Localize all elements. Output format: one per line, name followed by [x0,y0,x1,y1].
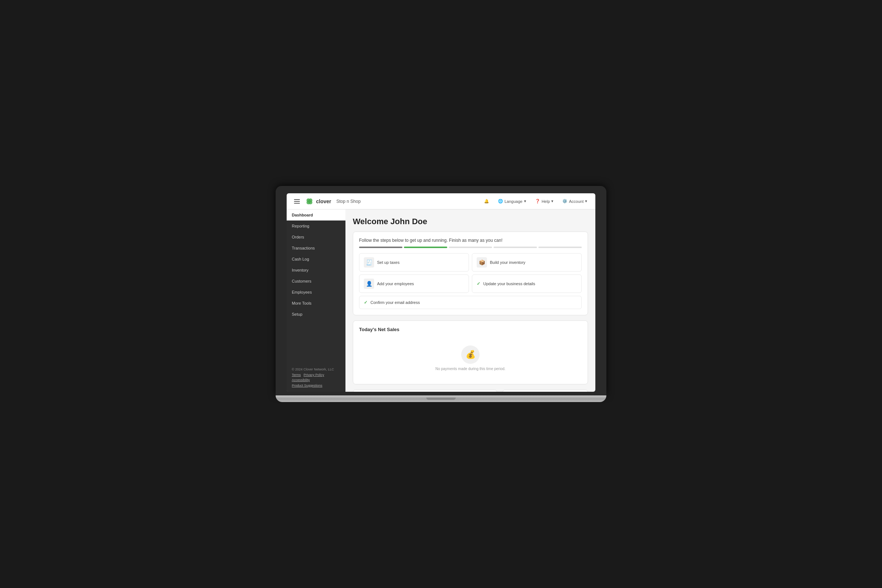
employees-label: Add your employees [377,282,414,286]
app-body: Dashboard Reporting Orders Transactions … [286,210,596,392]
sidebar: Dashboard Reporting Orders Transactions … [286,210,345,392]
app-header: clover Stop n Shop 🔔 🌐 Language ▾ ❓ [286,193,596,210]
bottom-grid: Most Popular Tools ℹ ‹ 📊 Analytics Bu... [353,390,588,392]
business-check-icon: ✓ [477,281,480,286]
svg-rect-5 [309,203,310,204]
notifications-button[interactable]: 🔔 [482,197,491,205]
clover-logo[interactable]: clover [305,197,331,206]
laptop-notch [426,398,456,400]
suggestions-link[interactable]: Product Suggestions [292,384,322,387]
screen-bezel: clover Stop n Shop 🔔 🌐 Language ▾ ❓ [276,186,606,395]
progress-seg-4 [494,247,537,248]
logo-text: clover [316,198,331,204]
setup-item-employees[interactable]: 👤 Add your employees [359,274,469,293]
language-chevron-icon: ▾ [524,199,526,204]
header-left: clover Stop n Shop [292,197,482,206]
sidebar-item-orders[interactable]: Orders [286,231,345,243]
inventory-label: Build your inventory [490,260,525,265]
progress-seg-5 [538,247,582,248]
sales-title: Today's Net Sales [359,327,582,332]
email-check-icon: ✓ [364,300,368,305]
main-content: Welcome John Doe Follow the steps below … [345,210,596,392]
sidebar-item-transactions[interactable]: Transactions [286,243,345,254]
setup-item-email[interactable]: ✓ Confirm your email address [359,296,582,309]
app-window: clover Stop n Shop 🔔 🌐 Language ▾ ❓ [286,193,596,392]
sales-card: Today's Net Sales 💰 No payments made dur… [353,321,588,384]
empty-sales-text: No payments made during this time period… [435,367,506,371]
inventory-icon: 📦 [477,257,487,267]
progress-bar [359,247,582,248]
sidebar-item-inventory[interactable]: Inventory [286,265,345,276]
sidebar-item-reporting[interactable]: Reporting [286,220,345,231]
email-label: Confirm your email address [370,300,420,304]
setup-grid: 🧾 Set up taxes 📦 Build your inventory 👤 … [359,253,582,309]
sidebar-item-dashboard[interactable]: Dashboard [286,210,345,220]
sidebar-item-cash-log[interactable]: Cash Log [286,254,345,265]
account-label: Account [569,199,584,204]
setup-item-inventory[interactable]: 📦 Build your inventory [472,253,582,272]
language-button[interactable]: 🌐 Language ▾ [496,197,528,205]
setup-item-taxes[interactable]: 🧾 Set up taxes [359,253,469,272]
sidebar-item-employees[interactable]: Employees [286,286,345,298]
terms-link[interactable]: Terms [292,373,301,376]
account-button[interactable]: ⚙️ Account ▾ [560,197,590,205]
svg-point-4 [308,200,311,203]
progress-seg-3 [449,247,492,248]
employees-icon: 👤 [364,279,374,289]
tools-card: Most Popular Tools ℹ ‹ 📊 Analytics Bu... [353,390,497,392]
laptop-frame: clover Stop n Shop 🔔 🌐 Language ▾ ❓ [276,186,606,402]
no-sales-icon: 💰 [461,345,480,364]
sidebar-footer: © 2024 Clover Network, LLC Terms Privacy… [286,363,345,392]
welcome-title: Welcome John Doe [353,217,588,226]
clover-leaf-icon [305,197,314,206]
setup-card: Follow the steps below to get up and run… [353,231,588,315]
help-icon: ❓ [535,199,540,204]
sales-empty-state: 💰 No payments made during this time peri… [359,338,582,378]
privacy-link[interactable]: Privacy Policy [303,373,324,376]
globe-icon: 🌐 [498,199,503,204]
help-label: Help [542,199,550,204]
copyright-text: © 2024 Clover Network, LLC [292,367,340,372]
help-chevron-icon: ▾ [551,199,554,204]
sidebar-item-customers[interactable]: Customers [286,276,345,286]
sidebar-item-setup[interactable]: Setup [286,309,345,320]
taxes-label: Set up taxes [377,260,399,265]
setup-subtitle: Follow the steps below to get up and run… [359,238,582,243]
reseller-card: Reseller Message This is a Demo account.… [502,390,588,392]
taxes-icon: 🧾 [364,257,374,267]
account-chevron-icon: ▾ [585,199,587,204]
sidebar-item-more-tools[interactable]: More Tools [286,298,345,309]
header-right: 🔔 🌐 Language ▾ ❓ Help ▾ ⚙️ Account [482,197,590,205]
hamburger-icon[interactable] [292,198,302,205]
accessibility-link[interactable]: Accessibility [292,378,310,382]
laptop-base [276,395,606,402]
business-label: Update your business details [483,282,535,286]
progress-seg-2 [404,247,447,248]
progress-seg-1 [359,247,402,248]
help-button[interactable]: ❓ Help ▾ [533,197,556,205]
bell-icon: 🔔 [484,199,489,204]
language-label: Language [505,199,523,204]
store-name: Stop n Shop [336,199,360,204]
gear-icon: ⚙️ [562,199,567,204]
setup-item-business[interactable]: ✓ Update your business details [472,274,582,293]
